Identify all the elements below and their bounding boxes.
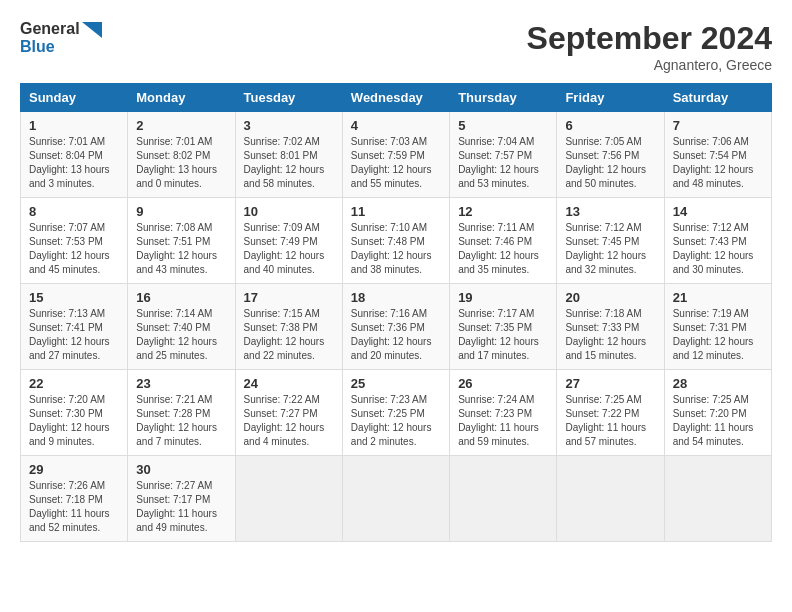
day-info: Sunrise: 7:20 AMSunset: 7:30 PMDaylight:…: [29, 393, 119, 449]
day-number: 23: [136, 376, 226, 391]
day-number: 13: [565, 204, 655, 219]
day-info: Sunrise: 7:03 AMSunset: 7:59 PMDaylight:…: [351, 135, 441, 191]
calendar-body: 1Sunrise: 7:01 AMSunset: 8:04 PMDaylight…: [21, 112, 772, 542]
day-number: 30: [136, 462, 226, 477]
day-info: Sunrise: 7:08 AMSunset: 7:51 PMDaylight:…: [136, 221, 226, 277]
col-monday: Monday: [128, 84, 235, 112]
table-cell: [342, 456, 449, 542]
day-number: 17: [244, 290, 334, 305]
day-info: Sunrise: 7:05 AMSunset: 7:56 PMDaylight:…: [565, 135, 655, 191]
table-cell: [664, 456, 771, 542]
table-cell: 24Sunrise: 7:22 AMSunset: 7:27 PMDayligh…: [235, 370, 342, 456]
day-info: Sunrise: 7:23 AMSunset: 7:25 PMDaylight:…: [351, 393, 441, 449]
calendar-header-row: Sunday Monday Tuesday Wednesday Thursday…: [21, 84, 772, 112]
table-row: 29Sunrise: 7:26 AMSunset: 7:18 PMDayligh…: [21, 456, 772, 542]
day-info: Sunrise: 7:24 AMSunset: 7:23 PMDaylight:…: [458, 393, 548, 449]
day-info: Sunrise: 7:19 AMSunset: 7:31 PMDaylight:…: [673, 307, 763, 363]
col-wednesday: Wednesday: [342, 84, 449, 112]
table-cell: 11Sunrise: 7:10 AMSunset: 7:48 PMDayligh…: [342, 198, 449, 284]
table-cell: 17Sunrise: 7:15 AMSunset: 7:38 PMDayligh…: [235, 284, 342, 370]
col-friday: Friday: [557, 84, 664, 112]
table-cell: 8Sunrise: 7:07 AMSunset: 7:53 PMDaylight…: [21, 198, 128, 284]
table-cell: 1Sunrise: 7:01 AMSunset: 8:04 PMDaylight…: [21, 112, 128, 198]
col-saturday: Saturday: [664, 84, 771, 112]
day-info: Sunrise: 7:02 AMSunset: 8:01 PMDaylight:…: [244, 135, 334, 191]
table-cell: 22Sunrise: 7:20 AMSunset: 7:30 PMDayligh…: [21, 370, 128, 456]
day-number: 5: [458, 118, 548, 133]
day-info: Sunrise: 7:13 AMSunset: 7:41 PMDaylight:…: [29, 307, 119, 363]
day-info: Sunrise: 7:09 AMSunset: 7:49 PMDaylight:…: [244, 221, 334, 277]
day-info: Sunrise: 7:17 AMSunset: 7:35 PMDaylight:…: [458, 307, 548, 363]
day-info: Sunrise: 7:04 AMSunset: 7:57 PMDaylight:…: [458, 135, 548, 191]
table-row: 15Sunrise: 7:13 AMSunset: 7:41 PMDayligh…: [21, 284, 772, 370]
table-cell: 2Sunrise: 7:01 AMSunset: 8:02 PMDaylight…: [128, 112, 235, 198]
month-title: September 2024: [527, 20, 772, 57]
day-info: Sunrise: 7:10 AMSunset: 7:48 PMDaylight:…: [351, 221, 441, 277]
day-info: Sunrise: 7:15 AMSunset: 7:38 PMDaylight:…: [244, 307, 334, 363]
day-number: 18: [351, 290, 441, 305]
day-number: 22: [29, 376, 119, 391]
table-row: 1Sunrise: 7:01 AMSunset: 8:04 PMDaylight…: [21, 112, 772, 198]
logo-svg: General Blue: [20, 20, 102, 55]
day-info: Sunrise: 7:11 AMSunset: 7:46 PMDaylight:…: [458, 221, 548, 277]
day-number: 20: [565, 290, 655, 305]
location-title: Agnantero, Greece: [527, 57, 772, 73]
col-tuesday: Tuesday: [235, 84, 342, 112]
day-number: 25: [351, 376, 441, 391]
table-cell: 3Sunrise: 7:02 AMSunset: 8:01 PMDaylight…: [235, 112, 342, 198]
day-number: 11: [351, 204, 441, 219]
table-cell: 26Sunrise: 7:24 AMSunset: 7:23 PMDayligh…: [450, 370, 557, 456]
day-info: Sunrise: 7:26 AMSunset: 7:18 PMDaylight:…: [29, 479, 119, 535]
day-number: 9: [136, 204, 226, 219]
day-number: 3: [244, 118, 334, 133]
logo-line2: Blue: [20, 38, 102, 56]
day-number: 24: [244, 376, 334, 391]
table-cell: [450, 456, 557, 542]
day-info: Sunrise: 7:18 AMSunset: 7:33 PMDaylight:…: [565, 307, 655, 363]
day-info: Sunrise: 7:06 AMSunset: 7:54 PMDaylight:…: [673, 135, 763, 191]
table-cell: 29Sunrise: 7:26 AMSunset: 7:18 PMDayligh…: [21, 456, 128, 542]
day-number: 27: [565, 376, 655, 391]
table-cell: [557, 456, 664, 542]
day-number: 8: [29, 204, 119, 219]
day-info: Sunrise: 7:01 AMSunset: 8:04 PMDaylight:…: [29, 135, 119, 191]
day-info: Sunrise: 7:25 AMSunset: 7:22 PMDaylight:…: [565, 393, 655, 449]
table-cell: 19Sunrise: 7:17 AMSunset: 7:35 PMDayligh…: [450, 284, 557, 370]
day-info: Sunrise: 7:01 AMSunset: 8:02 PMDaylight:…: [136, 135, 226, 191]
day-info: Sunrise: 7:21 AMSunset: 7:28 PMDaylight:…: [136, 393, 226, 449]
day-number: 2: [136, 118, 226, 133]
day-number: 28: [673, 376, 763, 391]
table-cell: 14Sunrise: 7:12 AMSunset: 7:43 PMDayligh…: [664, 198, 771, 284]
table-cell: 28Sunrise: 7:25 AMSunset: 7:20 PMDayligh…: [664, 370, 771, 456]
table-row: 22Sunrise: 7:20 AMSunset: 7:30 PMDayligh…: [21, 370, 772, 456]
table-cell: 9Sunrise: 7:08 AMSunset: 7:51 PMDaylight…: [128, 198, 235, 284]
day-number: 26: [458, 376, 548, 391]
day-number: 19: [458, 290, 548, 305]
col-sunday: Sunday: [21, 84, 128, 112]
day-info: Sunrise: 7:25 AMSunset: 7:20 PMDaylight:…: [673, 393, 763, 449]
day-number: 21: [673, 290, 763, 305]
day-number: 7: [673, 118, 763, 133]
day-number: 16: [136, 290, 226, 305]
title-area: September 2024 Agnantero, Greece: [527, 20, 772, 73]
table-cell: 27Sunrise: 7:25 AMSunset: 7:22 PMDayligh…: [557, 370, 664, 456]
logo: General Blue: [20, 20, 102, 55]
day-info: Sunrise: 7:12 AMSunset: 7:43 PMDaylight:…: [673, 221, 763, 277]
day-number: 14: [673, 204, 763, 219]
table-cell: 21Sunrise: 7:19 AMSunset: 7:31 PMDayligh…: [664, 284, 771, 370]
day-info: Sunrise: 7:07 AMSunset: 7:53 PMDaylight:…: [29, 221, 119, 277]
day-info: Sunrise: 7:22 AMSunset: 7:27 PMDaylight:…: [244, 393, 334, 449]
day-info: Sunrise: 7:16 AMSunset: 7:36 PMDaylight:…: [351, 307, 441, 363]
day-info: Sunrise: 7:12 AMSunset: 7:45 PMDaylight:…: [565, 221, 655, 277]
table-cell: 6Sunrise: 7:05 AMSunset: 7:56 PMDaylight…: [557, 112, 664, 198]
table-cell: 16Sunrise: 7:14 AMSunset: 7:40 PMDayligh…: [128, 284, 235, 370]
table-row: 8Sunrise: 7:07 AMSunset: 7:53 PMDaylight…: [21, 198, 772, 284]
table-cell: 12Sunrise: 7:11 AMSunset: 7:46 PMDayligh…: [450, 198, 557, 284]
day-number: 6: [565, 118, 655, 133]
table-cell: 20Sunrise: 7:18 AMSunset: 7:33 PMDayligh…: [557, 284, 664, 370]
table-cell: 13Sunrise: 7:12 AMSunset: 7:45 PMDayligh…: [557, 198, 664, 284]
calendar-table: Sunday Monday Tuesday Wednesday Thursday…: [20, 83, 772, 542]
table-cell: 4Sunrise: 7:03 AMSunset: 7:59 PMDaylight…: [342, 112, 449, 198]
table-cell: 15Sunrise: 7:13 AMSunset: 7:41 PMDayligh…: [21, 284, 128, 370]
table-cell: 7Sunrise: 7:06 AMSunset: 7:54 PMDaylight…: [664, 112, 771, 198]
